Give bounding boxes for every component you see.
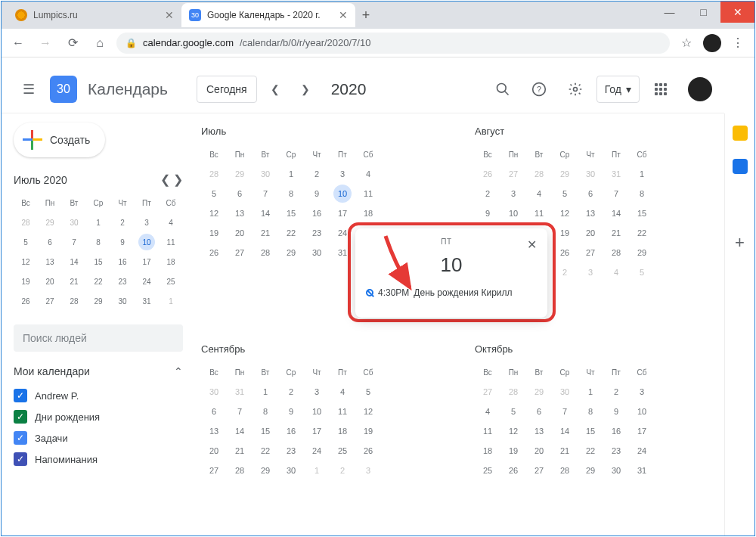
month-day[interactable]: 20 (526, 441, 552, 461)
back-button[interactable]: ← (8, 33, 29, 54)
month-day[interactable]: 24 (330, 223, 355, 243)
calendar-toggle-row[interactable]: ✓Дни рождения (14, 406, 183, 427)
minical-day[interactable]: 13 (38, 252, 62, 272)
minical-day[interactable]: 6 (38, 232, 62, 252)
month-day[interactable]: 30 (304, 243, 330, 262)
minical-day[interactable]: 15 (86, 252, 110, 272)
minical-day[interactable]: 8 (86, 232, 110, 252)
month-day[interactable]: 27 (227, 243, 253, 262)
minical-next-button[interactable]: ❯ (173, 172, 183, 187)
month-day[interactable]: 27 (578, 243, 603, 262)
minical-day[interactable]: 23 (110, 272, 135, 291)
month-day[interactable]: 3 (629, 382, 655, 402)
checkbox-icon[interactable]: ✓ (14, 452, 27, 466)
month-day[interactable]: 16 (304, 203, 330, 223)
month-day[interactable]: 5 (629, 262, 655, 282)
month-day[interactable]: 2 (304, 164, 330, 184)
month-day[interactable]: 20 (227, 223, 253, 243)
minical-day[interactable]: 17 (135, 252, 159, 272)
month-day[interactable]: 9 (475, 203, 500, 223)
month-day[interactable]: 26 (552, 243, 578, 262)
settings-button[interactable] (560, 74, 590, 104)
view-selector[interactable]: Год ▾ (596, 76, 640, 103)
month-day[interactable]: 28 (253, 243, 278, 262)
month-day[interactable]: 22 (278, 223, 304, 243)
mini-calendar[interactable]: ВсПнВтСрЧтПтСб28293012345678910111213141… (14, 193, 183, 311)
minical-day[interactable]: 2 (110, 213, 135, 232)
tab-close-icon[interactable]: ✕ (165, 9, 174, 21)
month-day[interactable]: 10 (500, 203, 526, 223)
bookmark-star-icon[interactable]: ☆ (676, 36, 697, 50)
minical-day[interactable]: 26 (14, 291, 38, 311)
month-day[interactable]: 10 (629, 402, 655, 421)
minical-day[interactable]: 4 (159, 213, 183, 232)
minical-day[interactable]: 30 (62, 213, 86, 232)
month-day[interactable]: 31 (227, 382, 253, 402)
month-day[interactable]: 8 (278, 184, 304, 203)
month-day[interactable]: 19 (500, 441, 526, 461)
month-day[interactable]: 26 (355, 441, 381, 461)
month-day[interactable]: 12 (355, 402, 381, 421)
forward-button[interactable]: → (35, 33, 56, 54)
month-day[interactable]: 25 (475, 461, 500, 480)
month-day[interactable]: 29 (253, 461, 278, 480)
main-menu-button[interactable]: ☰ (14, 74, 44, 104)
month-day[interactable]: 20 (578, 223, 603, 243)
month-day[interactable]: 22 (629, 223, 655, 243)
month-day[interactable]: 22 (578, 441, 603, 461)
month-day[interactable]: 29 (629, 243, 655, 262)
month-day[interactable]: 12 (500, 421, 526, 441)
month-day[interactable]: 28 (552, 461, 578, 480)
month-day[interactable]: 1 (278, 164, 304, 184)
month-day[interactable]: 7 (227, 402, 253, 421)
month-day[interactable]: 11 (355, 184, 381, 203)
month-day[interactable]: 13 (578, 203, 603, 223)
collapse-icon[interactable]: ⌃ (174, 365, 183, 377)
month-day[interactable]: 3 (304, 382, 330, 402)
add-addon-button[interactable]: + (735, 233, 745, 253)
month-day[interactable]: 29 (227, 164, 253, 184)
minical-day[interactable]: 1 (86, 213, 110, 232)
minical-day[interactable]: 27 (38, 291, 62, 311)
month-day[interactable]: 26 (475, 164, 500, 184)
minical-day[interactable]: 29 (86, 291, 110, 311)
month-day[interactable]: 3 (578, 262, 603, 282)
calendar-toggle-row[interactable]: ✓Задачи (14, 427, 183, 449)
month-day[interactable]: 23 (603, 441, 629, 461)
month-day[interactable]: 1 (629, 164, 655, 184)
month-day[interactable]: 14 (552, 421, 578, 441)
minical-day[interactable]: 22 (86, 272, 110, 291)
create-button[interactable]: Создать (14, 123, 105, 157)
month-day[interactable]: 21 (227, 441, 253, 461)
month-day[interactable]: 7 (253, 184, 278, 203)
month-day[interactable]: 3 (355, 461, 381, 480)
month-day[interactable]: 16 (603, 421, 629, 441)
month-day[interactable]: 18 (330, 421, 355, 441)
new-tab-button[interactable]: + (355, 8, 376, 23)
month-day[interactable]: 8 (253, 402, 278, 421)
month-day[interactable]: 11 (475, 421, 500, 441)
month-day[interactable]: 3 (500, 184, 526, 203)
minical-day[interactable]: 21 (62, 272, 86, 291)
month-day[interactable]: 15 (278, 203, 304, 223)
minical-prev-button[interactable]: ❮ (160, 172, 170, 187)
calendar-toggle-row[interactable]: ✓Andrew P. (14, 385, 183, 406)
month-day[interactable]: 19 (355, 421, 381, 441)
minical-day[interactable]: 31 (135, 291, 159, 311)
month-day[interactable]: 21 (253, 223, 278, 243)
month-day[interactable]: 17 (304, 421, 330, 441)
month-day[interactable]: 19 (552, 223, 578, 243)
month-day[interactable]: 8 (578, 402, 603, 421)
month-day[interactable]: 15 (629, 203, 655, 223)
month-day[interactable]: 1 (253, 382, 278, 402)
month-day[interactable]: 26 (500, 461, 526, 480)
month-day[interactable]: 8 (629, 184, 655, 203)
month-day[interactable]: 30 (552, 382, 578, 402)
minical-day[interactable]: 24 (135, 272, 159, 291)
month-day[interactable]: 17 (629, 421, 655, 441)
month-day[interactable]: 13 (227, 203, 253, 223)
minical-day[interactable]: 20 (38, 272, 62, 291)
month-day[interactable]: 29 (552, 164, 578, 184)
month-day[interactable]: 30 (201, 382, 227, 402)
help-button[interactable]: ? (524, 74, 554, 104)
